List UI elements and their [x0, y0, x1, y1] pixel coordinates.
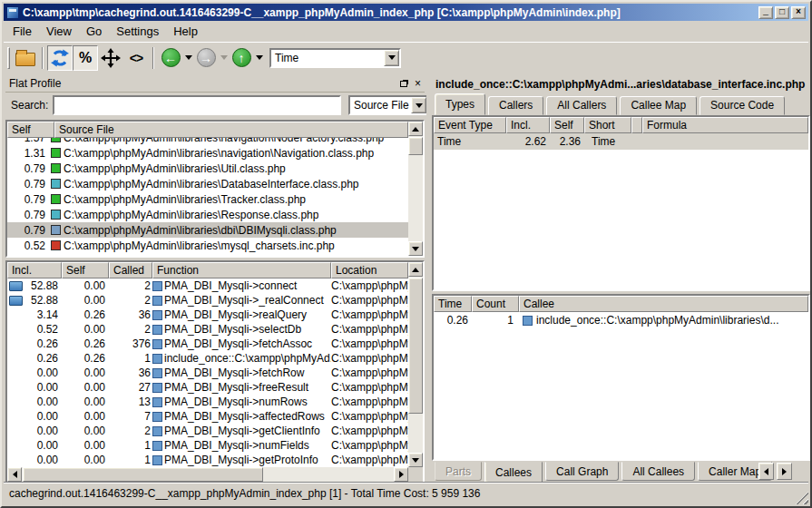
tab-all-callees[interactable]: All Callees	[621, 462, 695, 481]
scroll-thumb[interactable]	[408, 137, 423, 155]
file-row[interactable]: 0.79C:\xampp\phpMyAdmin\libraries\Util.c…	[7, 161, 408, 176]
title-bar[interactable]: C:\xampp\tmp\cachegrind.out.1416463299-C…	[4, 4, 808, 21]
up-button[interactable]: ↑	[229, 45, 254, 71]
column-header-incl[interactable]: Incl.	[7, 262, 62, 278]
file-row[interactable]: 0.79C:\xampp\phpMyAdmin\libraries\Respon…	[7, 207, 408, 222]
column-header-short[interactable]: Short	[584, 117, 631, 133]
back-dropdown[interactable]	[183, 45, 193, 71]
file-type-icon	[51, 225, 61, 235]
function-row[interactable]: 0.000.002PMA_DBI_Mysqli->getClientInfoC:…	[7, 424, 408, 438]
tab-callers[interactable]: Callers	[488, 96, 543, 115]
cycle-detection-button[interactable]	[47, 45, 73, 71]
menu-item-help[interactable]: Help	[166, 23, 205, 40]
file-row[interactable]: 1.31C:\xampp\phpMyAdmin\libraries\naviga…	[7, 145, 408, 161]
tab-callee-map[interactable]: Callee Map	[620, 96, 697, 115]
arrow-down-icon	[412, 458, 419, 463]
file-row[interactable]: 0.52C:\xampp\phpMyAdmin\libraries\mysql_…	[7, 238, 408, 253]
column-header-function[interactable]: Function	[152, 262, 331, 278]
column-header-self[interactable]: Self	[7, 122, 54, 138]
scroll-down-button[interactable]	[408, 241, 423, 256]
relative-percent-button[interactable]: %	[73, 45, 98, 71]
function-row[interactable]: 0.000.001PMA_DBI_Mysqli->numFieldsC:\xam…	[7, 438, 408, 453]
search-input[interactable]	[53, 95, 341, 115]
tab-parts[interactable]: Parts	[435, 462, 482, 481]
scroll-thumb[interactable]	[23, 467, 263, 482]
close-button[interactable]: ×	[791, 6, 806, 19]
up-dropdown[interactable]	[254, 45, 264, 71]
tab-source-code[interactable]: Source Code	[699, 96, 785, 115]
function-hscrollbar[interactable]	[7, 467, 408, 482]
function-row[interactable]: 52.880.002PMA_DBI_Mysqli->_realConnectC:…	[7, 293, 408, 308]
column-header-source-file[interactable]: Source File	[54, 122, 408, 138]
column-header-spacer[interactable]	[631, 117, 642, 133]
function-row[interactable]: 0.000.0013PMA_DBI_Mysqli->numRowsC:\xamp…	[7, 395, 408, 409]
menu-item-settings[interactable]: Settings	[109, 23, 166, 40]
column-header-self[interactable]: Self	[62, 262, 109, 278]
status-bar: cachegrind.out.1416463299-C__xampp_phpMy…	[4, 482, 808, 504]
event-type-select[interactable]: Time	[269, 48, 401, 68]
back-button[interactable]: ←	[158, 45, 183, 71]
tab-call-graph[interactable]: Call Graph	[545, 462, 619, 481]
grouping-select[interactable]: Source File	[348, 95, 428, 115]
column-header-called[interactable]: Called	[109, 262, 152, 278]
file-row[interactable]: 0.79C:\xampp\phpMyAdmin\libraries\Databa…	[7, 176, 408, 191]
tabs-scroll-right-button[interactable]	[777, 463, 792, 480]
function-row[interactable]: 0.000.007PMA_DBI_Mysqli->affectedRowsC:\…	[7, 409, 408, 424]
maximize-button[interactable]: □	[775, 6, 789, 19]
column-header-self[interactable]: Self	[550, 117, 584, 133]
function-row[interactable]: 52.880.002PMA_DBI_Mysqli->connectC:\xamp…	[7, 278, 408, 293]
file-row[interactable]: 1.57C:\xampp\phpMyAdmin\libraries\naviga…	[7, 138, 408, 145]
file-row[interactable]: 0.79C:\xampp\phpMyAdmin\libraries\Tracke…	[7, 191, 408, 207]
minimize-button[interactable]: _	[758, 6, 773, 19]
function-row[interactable]: 0.260.26376PMA_DBI_Mysqli->fetchAssocC:\…	[7, 337, 408, 351]
flat-profile-dock-header[interactable]: Flat Profile ×	[5, 74, 425, 93]
column-header-time[interactable]: Time	[434, 296, 472, 312]
float-button[interactable]	[397, 76, 411, 90]
function-row[interactable]: 0.000.0027PMA_DBI_Mysqli->freeResultC:\x…	[7, 380, 408, 395]
column-header-callee[interactable]: Callee	[519, 296, 808, 312]
window-title: C:\xampp\tmp\cachegrind.out.1416463299-C…	[23, 6, 757, 19]
function-incl: 0.52	[7, 323, 62, 336]
scroll-right-button[interactable]	[394, 467, 408, 482]
arrow-up-icon	[412, 268, 419, 272]
forward-dropdown[interactable]	[219, 45, 229, 71]
function-row[interactable]: 0.000.001PMA_DBI_Mysqli->getProtoInfoC:\…	[7, 453, 408, 467]
toolbar-handle[interactable]	[7, 47, 10, 69]
scroll-up-button[interactable]	[408, 262, 423, 277]
scroll-down-button[interactable]	[408, 453, 423, 467]
column-header-formula[interactable]: Formula	[642, 117, 808, 133]
dock-close-button[interactable]: ×	[411, 76, 425, 90]
column-header-event-type[interactable]: Event Type	[434, 117, 506, 133]
event-row[interactable]: Time 2.62 2.36 Time	[434, 133, 808, 150]
scroll-up-button[interactable]	[408, 122, 423, 136]
menu-item-view[interactable]: View	[39, 23, 79, 40]
file-row[interactable]: 0.52C:\xampp\phpMyAdmin\libraries\user_p…	[7, 253, 408, 256]
expand-areas-button[interactable]	[98, 45, 123, 71]
column-header-count[interactable]: Count	[472, 296, 519, 312]
column-header-location[interactable]: Location	[331, 262, 408, 278]
file-row[interactable]: 0.79C:\xampp\phpMyAdmin\libraries\dbi\DB…	[7, 222, 408, 238]
function-vscrollbar[interactable]	[408, 262, 423, 467]
tab-types[interactable]: Types	[435, 93, 485, 115]
tabs-scroll-left-button[interactable]	[758, 463, 774, 480]
callee-row[interactable]: 0.26 1 include_once::C:\xampp\phpMyAdmin…	[434, 312, 808, 328]
function-row[interactable]: 3.140.2636PMA_DBI_Mysqli->realQueryC:\xa…	[7, 308, 408, 322]
forward-button[interactable]: →	[193, 45, 219, 71]
combo-arrow-button[interactable]	[411, 97, 426, 113]
function-row[interactable]: 0.260.261include_once::C:\xampp\phpMyAd.…	[7, 351, 408, 366]
tab-all-callers[interactable]: All Callers	[546, 96, 617, 115]
function-row[interactable]: 0.000.0036PMA_DBI_Mysqli->fetchRowC:\xam…	[7, 366, 408, 380]
open-file-button[interactable]	[13, 45, 38, 71]
function-icon	[152, 441, 162, 451]
detect-cycles-button[interactable]: <>	[123, 45, 149, 71]
menu-item-file[interactable]: File	[5, 23, 39, 40]
menu-item-go[interactable]: Go	[79, 23, 109, 40]
scroll-left-button[interactable]	[7, 467, 22, 482]
combo-arrow-button[interactable]	[384, 50, 399, 66]
file-list-vscrollbar[interactable]	[408, 122, 423, 256]
column-header-incl[interactable]: Incl.	[506, 117, 550, 133]
scroll-thumb[interactable]	[408, 278, 423, 414]
function-row[interactable]: 0.520.002PMA_DBI_Mysqli->selectDbC:\xamp…	[7, 322, 408, 337]
function-rows: 52.880.002PMA_DBI_Mysqli->connectC:\xamp…	[7, 278, 408, 467]
tab-callees[interactable]: Callees	[484, 462, 543, 482]
